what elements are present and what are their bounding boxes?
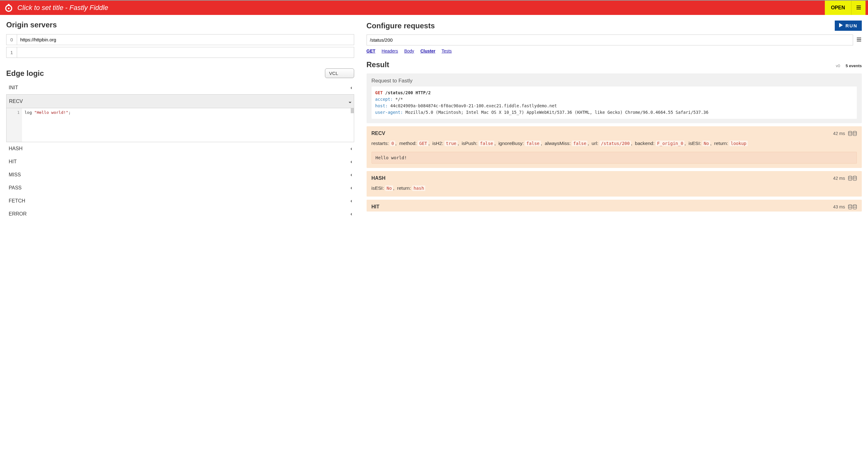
server-icons (848, 176, 857, 181)
recv-panel: RECV 42 ms restarts: 0, method: GET, isH… (367, 126, 862, 168)
requests-heading: Configure requests (367, 22, 435, 30)
recv-details: restarts: 0, method: GET, isH2: true, is… (372, 139, 857, 147)
stage-error[interactable]: ERROR ‹ (6, 207, 354, 217)
run-button[interactable]: RUN (835, 21, 862, 31)
panel-time: 42 ms (833, 131, 845, 136)
tab-body[interactable]: Body (404, 49, 414, 54)
open-button[interactable]: OPEN (825, 1, 851, 15)
stage-fetch[interactable]: FETCH ‹ (6, 194, 354, 207)
svg-point-3 (848, 131, 852, 132)
language-select[interactable]: VCL (325, 68, 354, 78)
app-header: Click to set title - Fastly Fiddle OPEN (0, 0, 868, 15)
server-icons (848, 131, 857, 136)
panel-name: HIT (372, 204, 380, 209)
stage-label: PASS (9, 185, 22, 191)
tab-tests[interactable]: Tests (441, 49, 452, 54)
code-content[interactable]: log "Hello world!"; (22, 108, 354, 142)
origin-index: 0 (6, 34, 17, 45)
chevron-left-icon: ‹ (350, 185, 352, 191)
stage-label: HIT (9, 159, 17, 165)
origin-input-0[interactable] (17, 34, 354, 45)
chevron-left-icon: ‹ (350, 159, 352, 165)
edge-heading: Edge logic (6, 69, 44, 78)
code-editor[interactable]: 1 log "Hello world!"; (6, 108, 354, 142)
panel-name: RECV (372, 131, 385, 136)
hash-details: isESI: No, return: hash (372, 184, 857, 192)
panel-time: 42 ms (833, 176, 845, 181)
chevron-left-icon: ‹ (350, 198, 352, 204)
menu-button[interactable] (851, 1, 866, 15)
tab-headers[interactable]: Headers (381, 49, 398, 54)
request-tabs: GET Headers Body Cluster Tests (367, 49, 862, 54)
stage-label: HASH (9, 146, 22, 151)
fastly-logo-icon (4, 3, 13, 12)
chevron-left-icon: ‹ (350, 172, 352, 178)
hash-panel: HASH 42 ms isESI: No, return: hash (367, 171, 862, 197)
chevron-left-icon: ‹ (350, 146, 352, 151)
result-heading: Result (367, 60, 389, 69)
stage-label: RECV (9, 98, 23, 104)
origin-row: 1 (6, 47, 354, 58)
svg-point-6 (853, 176, 857, 177)
request-path-input[interactable] (367, 34, 853, 46)
chevron-left-icon: ‹ (350, 85, 352, 90)
hamburger-icon (856, 5, 862, 11)
result-meta: v0 5 events (836, 63, 862, 68)
chevron-down-icon: ⌄ (348, 98, 352, 104)
result-version: v0 (836, 63, 840, 68)
stage-pass[interactable]: PASS ‹ (6, 181, 354, 194)
stage-hit[interactable]: HIT ‹ (6, 155, 354, 168)
svg-point-5 (848, 176, 852, 177)
stage-label: MISS (9, 172, 21, 178)
svg-point-2 (8, 7, 9, 9)
panel-time: 43 ms (833, 204, 845, 209)
origin-index: 1 (6, 47, 17, 58)
run-label: RUN (845, 23, 858, 28)
chevron-left-icon: ‹ (350, 211, 352, 217)
svg-point-4 (853, 131, 857, 132)
hit-panel: HIT 43 ms (367, 200, 862, 212)
origin-input-1[interactable] (17, 47, 354, 58)
stage-init[interactable]: INIT ‹ (6, 81, 354, 94)
stage-miss[interactable]: MISS ‹ (6, 168, 354, 181)
scrollbar-thumb[interactable] (351, 108, 354, 113)
origin-heading: Origin servers (6, 21, 354, 29)
svg-rect-1 (8, 4, 9, 5)
http-request-block: GET /status/200 HTTP/2 accept: */* host:… (372, 86, 857, 119)
stage-label: FETCH (9, 198, 25, 204)
play-icon (839, 23, 843, 28)
request-options-icon[interactable] (856, 37, 862, 43)
result-events: 5 events (846, 63, 862, 68)
request-to-fastly-panel: Request to Fastly GET /status/200 HTTP/2… (367, 74, 862, 123)
line-number: 1 (6, 108, 22, 142)
svg-point-8 (853, 205, 857, 206)
svg-point-7 (848, 205, 852, 206)
server-icons (848, 204, 857, 209)
origin-row: 0 (6, 34, 354, 45)
page-title[interactable]: Click to set title - Fastly Fiddle (18, 4, 825, 12)
tab-cluster[interactable]: Cluster (420, 49, 435, 54)
stage-label: ERROR (9, 211, 27, 217)
panel-name: HASH (372, 175, 385, 181)
log-output: Hello world! (372, 152, 857, 164)
stage-hash[interactable]: HASH ‹ (6, 142, 354, 155)
tab-get[interactable]: GET (367, 49, 376, 54)
stage-label: INIT (9, 85, 18, 90)
stage-recv[interactable]: RECV ⌄ (6, 94, 354, 108)
panel-title: Request to Fastly (372, 78, 857, 84)
